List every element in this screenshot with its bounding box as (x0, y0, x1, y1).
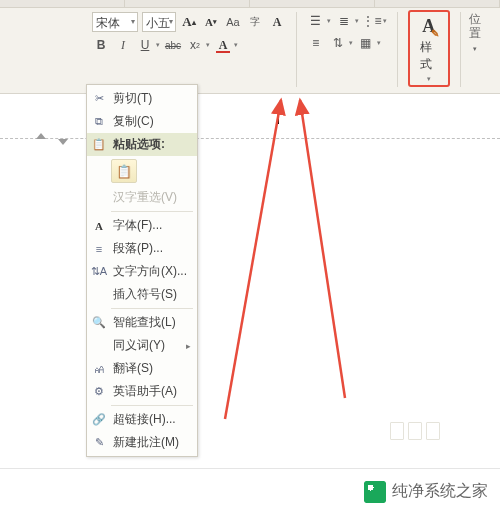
font-name-value: 宋体 (96, 16, 120, 30)
scissors-icon: ✂ (91, 91, 107, 107)
text-direction-icon: ⇅A (91, 264, 107, 280)
menu-separator (111, 211, 193, 212)
shading-button[interactable]: ▦ (357, 34, 375, 52)
underline-button[interactable]: U (136, 36, 154, 54)
cm-synonyms[interactable]: 同义词(Y) ▸ (87, 334, 197, 357)
page-thumbnails (390, 422, 440, 440)
comment-icon: ✎ (91, 435, 107, 451)
ribbon-font-group: 宋体 ▾ 小五 ▾ A▴ A▾ Aa 字 A B I U ▾ abc x2 ▾ … (0, 8, 500, 94)
chevron-down-icon: ▾ (427, 75, 431, 83)
chevron-down-icon[interactable]: ▾ (349, 39, 353, 47)
assistant-icon: ⚙ (91, 384, 107, 400)
cm-new-comment[interactable]: ✎ 新建批注(M) (87, 431, 197, 454)
cm-paste-options[interactable]: 📋 粘贴选项: (87, 133, 197, 156)
brush-icon: ✎ (431, 28, 439, 39)
italic-button[interactable]: I (114, 36, 132, 54)
text-cursor (278, 108, 279, 124)
position-label: 位置 (465, 12, 486, 40)
chevron-down-icon[interactable]: ▾ (377, 39, 381, 47)
cm-hyperlink[interactable]: 🔗 超链接(H)... (87, 408, 197, 431)
subscript-button[interactable]: x2 (186, 36, 204, 54)
chevron-down-icon[interactable]: ▾ (355, 17, 359, 25)
chevron-down-icon[interactable]: ▾ (234, 41, 238, 49)
phonetic-guide-button[interactable]: 字 (246, 13, 264, 31)
brand-logo-icon (364, 481, 386, 503)
svg-line-0 (225, 100, 281, 419)
brand-text: 纯净系统之家 (392, 481, 488, 502)
clear-formatting-button[interactable]: A (268, 13, 286, 31)
blank-icon (91, 338, 107, 354)
blank-icon (91, 287, 107, 303)
bullets-button[interactable]: ☰ (307, 12, 325, 30)
change-case-button[interactable]: Aa (224, 13, 242, 31)
cm-translate[interactable]: 🗚 翻译(S) (87, 357, 197, 380)
chevron-right-icon: ▸ (186, 341, 191, 351)
chevron-down-icon[interactable]: ▾ (383, 17, 387, 25)
chevron-down-icon[interactable]: ▾ (169, 17, 173, 26)
line-spacing-button[interactable]: ⇅ (329, 34, 347, 52)
document-canvas[interactable] (0, 94, 500, 494)
ribbon-right-group: 位置 ▾ (465, 12, 494, 87)
blank-icon (91, 190, 107, 206)
styles-label: 样式 (420, 39, 438, 73)
color-swatch (216, 51, 230, 53)
window-titlebar-strip (0, 0, 500, 8)
grow-font-button[interactable]: A▴ (180, 13, 198, 31)
annotation-arrows (0, 94, 500, 514)
strikethrough-button[interactable]: abc (164, 36, 182, 54)
watermark-footer: 纯净系统之家 (0, 468, 500, 514)
chevron-down-icon[interactable]: ▾ (156, 41, 160, 49)
paragraph-icon: ≡ (91, 241, 107, 257)
clipboard-icon: 📋 (91, 137, 107, 153)
font-name-combo[interactable]: 宋体 ▾ (92, 12, 138, 32)
font-size-combo[interactable]: 小五 ▾ (142, 12, 176, 32)
chevron-down-icon[interactable]: ▾ (131, 17, 135, 26)
translate-icon: 🗚 (91, 361, 107, 377)
cm-paragraph[interactable]: ≡ 段落(P)... (87, 237, 197, 260)
bold-button[interactable]: B (92, 36, 110, 54)
font-size-value: 小五 (146, 16, 170, 30)
cm-text-direction[interactable]: ⇅A 文字方向(X)... (87, 260, 197, 283)
svg-line-1 (300, 100, 345, 398)
copy-icon: ⧉ (91, 114, 107, 130)
context-menu: ✂ 剪切(T) ⧉ 复制(C) 📋 粘贴选项: 📋 汉字重选(V) A 字体(F… (86, 84, 198, 457)
font-icon: A (91, 218, 107, 234)
font-color-button[interactable]: A (214, 36, 232, 54)
shrink-font-button[interactable]: A▾ (202, 13, 220, 31)
align-left-button[interactable]: ≡ (307, 34, 325, 52)
cm-copy[interactable]: ⧉ 复制(C) (87, 110, 197, 133)
cm-paste-option-row: 📋 (87, 156, 197, 186)
menu-separator (111, 308, 193, 309)
cm-smart-lookup[interactable]: 🔍 智能查找(L) (87, 311, 197, 334)
chevron-down-icon[interactable]: ▾ (206, 41, 210, 49)
search-icon: 🔍 (91, 315, 107, 331)
paste-keep-source-button[interactable]: 📋 (111, 159, 137, 183)
styles-icon: A ✎ (422, 16, 435, 37)
cm-cut[interactable]: ✂ 剪切(T) (87, 87, 197, 110)
link-icon: 🔗 (91, 412, 107, 428)
cm-english-assistant[interactable]: ⚙ 英语助手(A) (87, 380, 197, 403)
menu-separator (111, 405, 193, 406)
cm-font[interactable]: A 字体(F)... (87, 214, 197, 237)
styles-button[interactable]: A ✎ 样式 ▾ (408, 10, 450, 87)
cm-insert-symbol[interactable]: 插入符号(S) (87, 283, 197, 306)
multilevel-list-button[interactable]: ⋮≡ (363, 12, 381, 30)
ruler (0, 138, 500, 139)
chevron-down-icon[interactable]: ▾ (327, 17, 331, 25)
cm-hanzi-reselect: 汉字重选(V) (87, 186, 197, 209)
numbering-button[interactable]: ≣ (335, 12, 353, 30)
